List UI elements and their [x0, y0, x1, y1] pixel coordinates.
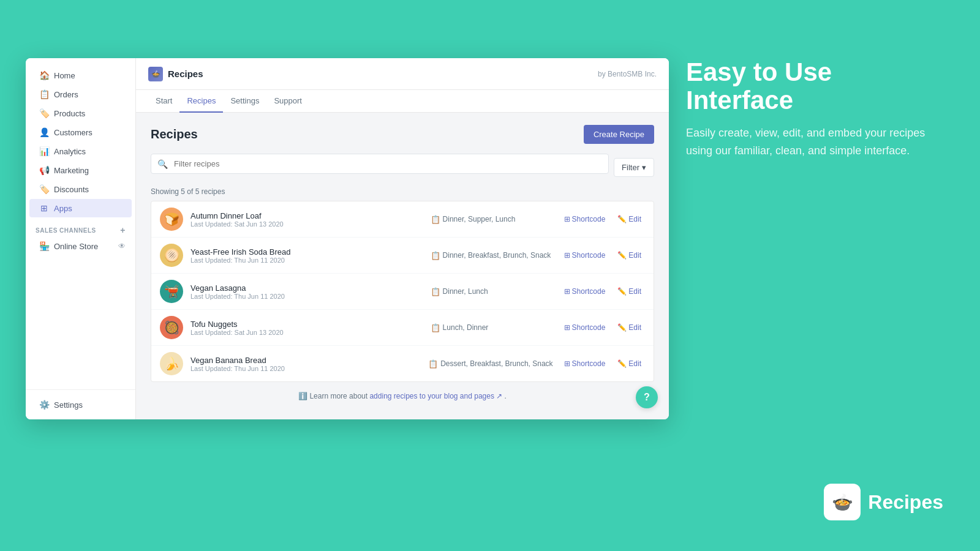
shortcode-button[interactable]: ⊞ Shortcode — [560, 213, 609, 225]
edit-button[interactable]: ✏️ Edit — [614, 358, 645, 370]
filter-button[interactable]: Filter ▾ — [614, 158, 654, 177]
recipe-thumbnail: 🫕 — [160, 280, 183, 303]
tabs-bar: StartRecipesSettingsSupport — [136, 90, 669, 113]
app-window: 🏠 Home 📋 Orders 🏷️ Products 👤 Customers … — [26, 58, 669, 419]
sidebar-item-discounts[interactable]: 🏷️ Discounts — [29, 180, 132, 198]
recipe-actions: ⊞ Shortcode ✏️ Edit — [560, 213, 645, 225]
add-sales-channel-icon[interactable]: + — [120, 225, 126, 235]
online-store-eye-icon[interactable]: 👁 — [118, 242, 126, 250]
sidebar-item-products[interactable]: 🏷️ Products — [29, 104, 132, 122]
page-title: Recipes — [151, 127, 198, 141]
sidebar-item-marketing[interactable]: 📢 Marketing — [29, 161, 132, 179]
recipe-actions: ⊞ Shortcode ✏️ Edit — [560, 285, 645, 298]
home-icon: 🏠 — [39, 70, 49, 80]
create-recipe-button[interactable]: Create Recipe — [584, 125, 654, 144]
sidebar-item-label-home: Home — [54, 71, 75, 80]
search-bar: 🔍 — [151, 154, 609, 174]
recipe-name: Yeast-Free Irish Soda Bread — [190, 247, 423, 257]
marketing-icon: 📢 — [39, 165, 49, 175]
shortcode-button[interactable]: ⊞ Shortcode — [560, 249, 609, 261]
edit-icon: ✏️ — [617, 287, 627, 296]
right-panel-body: Easily create, view, edit, and embed you… — [686, 124, 943, 160]
app-header-left: 🍲 Recipes — [148, 67, 203, 81]
app-logo-emoji: 🍲 — [151, 70, 160, 78]
recipe-name: Tofu Nuggets — [190, 320, 423, 329]
edit-button[interactable]: ✏️ Edit — [614, 285, 645, 298]
sidebar-sub-item-label: Online Store — [54, 242, 98, 251]
page-body: Recipes Create Recipe 🔍 Filter ▾ Showing… — [136, 113, 669, 419]
edit-button[interactable]: ✏️ Edit — [614, 321, 645, 334]
footer-info-icon: ℹ️ — [298, 392, 307, 400]
app-title: Recipes — [168, 69, 203, 79]
app-header: 🍲 Recipes by BentoSMB Inc. — [136, 58, 669, 90]
tab-recipes[interactable]: Recipes — [179, 90, 223, 113]
edit-button[interactable]: ✏️ Edit — [614, 213, 645, 225]
tag-icon: 📋 — [431, 215, 440, 224]
bottom-logo: 🍲 Recipes — [824, 484, 943, 520]
search-icon: 🔍 — [157, 159, 168, 169]
sidebar-item-home[interactable]: 🏠 Home — [29, 66, 132, 84]
recipe-name: Autumn Dinner Loaf — [190, 211, 423, 220]
search-input[interactable] — [170, 154, 602, 173]
edit-icon: ✏️ — [617, 359, 627, 368]
table-row[interactable]: 🍌 Vegan Banana Bread Last Updated: Thu J… — [151, 346, 654, 381]
recipe-updated: Last Updated: Thu Jun 11 2020 — [190, 257, 423, 264]
shortcode-button[interactable]: ⊞ Shortcode — [560, 358, 609, 370]
recipe-updated: Last Updated: Sat Jun 13 2020 — [190, 220, 423, 228]
sidebar-item-orders[interactable]: 📋 Orders — [29, 85, 132, 103]
recipe-name: Vegan Banana Bread — [190, 356, 421, 365]
recipe-tag-list: Dinner, Lunch — [443, 287, 488, 296]
sidebar-item-label-products: Products — [54, 109, 85, 118]
recipe-actions: ⊞ Shortcode ✏️ Edit — [560, 249, 645, 261]
tag-icon: 📋 — [428, 359, 438, 369]
sidebar-item-online-store[interactable]: 🏪 Online Store 👁 — [26, 238, 135, 255]
recipe-info: Yeast-Free Irish Soda Bread Last Updated… — [190, 247, 423, 264]
settings-icon: ⚙️ — [39, 400, 49, 410]
recipe-actions: ⊞ Shortcode ✏️ Edit — [560, 358, 645, 370]
filter-chevron-icon: ▾ — [642, 163, 646, 172]
table-row[interactable]: 🫓 Yeast-Free Irish Soda Bread Last Updat… — [151, 238, 654, 274]
recipe-tag-list: Dessert, Breakfast, Brunch, Snack — [440, 359, 552, 368]
recipe-info: Tofu Nuggets Last Updated: Sat Jun 13 20… — [190, 320, 423, 336]
recipe-list: 🍞 Autumn Dinner Loaf Last Updated: Sat J… — [151, 201, 654, 382]
bottom-logo-icon: 🍲 — [824, 484, 861, 520]
shortcode-button[interactable]: ⊞ Shortcode — [560, 321, 609, 334]
tab-start[interactable]: Start — [148, 90, 179, 113]
table-row[interactable]: 🫕 Vegan Lasagna Last Updated: Thu Jun 11… — [151, 274, 654, 310]
apps-icon: ⊞ — [39, 203, 49, 213]
sidebar-item-customers[interactable]: 👤 Customers — [29, 123, 132, 141]
recipe-thumbnail: 🥘 — [160, 316, 183, 339]
shortcode-icon: ⊞ — [564, 287, 570, 296]
shortcode-icon: ⊞ — [564, 251, 570, 260]
recipe-name: Vegan Lasagna — [190, 283, 423, 293]
table-row[interactable]: 🥘 Tofu Nuggets Last Updated: Sat Jun 13 … — [151, 310, 654, 346]
sidebar-item-analytics[interactable]: 📊 Analytics — [29, 142, 132, 160]
results-count: Showing 5 of 5 recipes — [151, 187, 654, 196]
recipe-info: Vegan Lasagna Last Updated: Thu Jun 11 2… — [190, 283, 423, 300]
recipe-tags: 📋 Dinner, Lunch — [431, 287, 553, 296]
recipe-thumbnail: 🍌 — [160, 352, 183, 375]
sidebar-item-settings[interactable]: ⚙️ Settings — [29, 395, 132, 414]
main-content: 🍲 Recipes by BentoSMB Inc. StartRecipesS… — [136, 58, 669, 419]
shortcode-button[interactable]: ⊞ Shortcode — [560, 285, 609, 298]
sidebar: 🏠 Home 📋 Orders 🏷️ Products 👤 Customers … — [26, 58, 136, 419]
help-button[interactable]: ? — [636, 386, 658, 408]
customers-icon: 👤 — [39, 127, 49, 137]
app-by: by BentoSMB Inc. — [598, 70, 657, 78]
products-icon: 🏷️ — [39, 108, 49, 118]
tag-icon: 📋 — [431, 323, 440, 332]
sidebar-bottom: ⚙️ Settings — [26, 389, 135, 419]
recipe-tags: 📋 Lunch, Dinner — [431, 323, 553, 332]
analytics-icon: 📊 — [39, 146, 49, 156]
tab-support[interactable]: Support — [266, 90, 309, 113]
table-row[interactable]: 🍞 Autumn Dinner Loaf Last Updated: Sat J… — [151, 201, 654, 238]
tab-settings[interactable]: Settings — [223, 90, 266, 113]
shortcode-icon: ⊞ — [564, 215, 570, 223]
sidebar-item-label-analytics: Analytics — [54, 147, 86, 156]
footer-link[interactable]: adding recipes to your blog and pages ↗ — [369, 392, 504, 400]
discounts-icon: 🏷️ — [39, 184, 49, 194]
sidebar-item-label-marketing: Marketing — [54, 166, 89, 175]
sidebar-item-apps[interactable]: ⊞ Apps — [29, 199, 132, 217]
edit-button[interactable]: ✏️ Edit — [614, 249, 645, 261]
recipe-updated: Last Updated: Thu Jun 11 2020 — [190, 365, 421, 372]
